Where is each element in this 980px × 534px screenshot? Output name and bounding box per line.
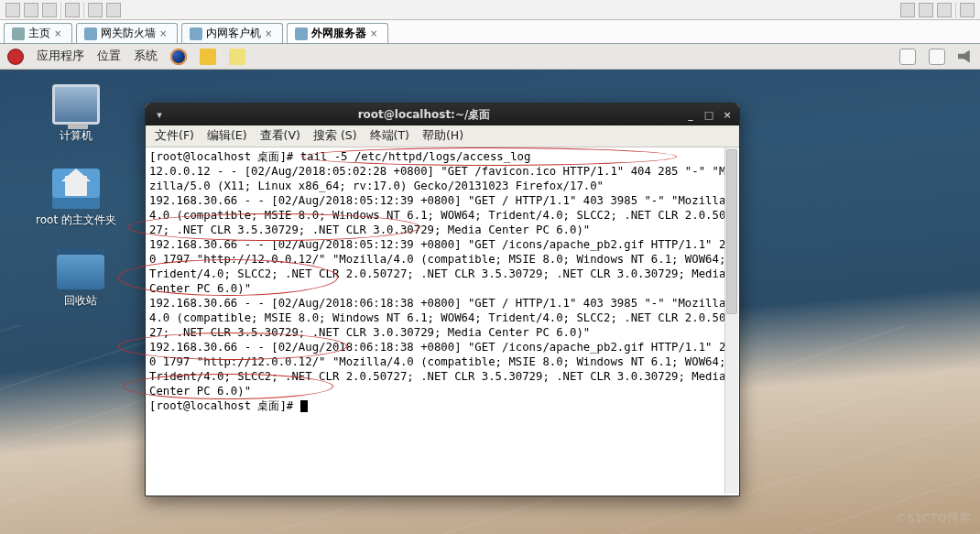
host-button[interactable]	[65, 3, 80, 17]
menu-terminal[interactable]: 终端(T)	[370, 128, 409, 144]
vertical-scrollbar[interactable]	[724, 147, 738, 494]
host-button[interactable]	[88, 3, 103, 17]
host-button[interactable]	[5, 3, 20, 17]
monitor-icon	[295, 27, 308, 40]
notes-icon[interactable]	[229, 49, 245, 65]
terminal-line: 192.168.30.66 - - [02/Aug/2018:05:12:39 …	[149, 193, 735, 237]
desktop-icon-trash[interactable]: 回收站	[40, 249, 121, 309]
host-button[interactable]	[960, 3, 975, 17]
close-icon[interactable]: ×	[370, 28, 380, 38]
icon-label: root 的主文件夹	[36, 213, 116, 228]
desktop-icon-home[interactable]: root 的主文件夹	[36, 169, 116, 228]
vm-tab-bar: 主页 × 网关防火墙 × 内网客户机 × 外网服务器 ×	[0, 20, 980, 44]
terminal-menubar: 文件(F) 编辑(E) 查看(V) 搜索 (S) 终端(T) 帮助(H)	[146, 125, 739, 147]
host-button[interactable]	[24, 3, 38, 17]
desktop[interactable]: 计算机 root 的主文件夹 回收站 ▾ root@localhost:~/桌面…	[0, 70, 980, 534]
firefox-icon[interactable]	[170, 49, 187, 65]
terminal-window: ▾ root@localhost:~/桌面 _ □ × 文件(F) 编辑(E) …	[145, 103, 740, 496]
close-icon[interactable]: ×	[159, 28, 169, 38]
terminal-line: [root@localhost 桌面]# tail -5 /etc/httpd/…	[149, 149, 735, 164]
desktop-icon-computer[interactable]: 计算机	[36, 84, 116, 144]
maximize-button[interactable]: □	[701, 107, 717, 122]
window-menu-icon[interactable]: ▾	[151, 107, 168, 122]
terminal-titlebar[interactable]: ▾ root@localhost:~/桌面 _ □ ×	[146, 104, 739, 125]
separator	[60, 2, 61, 18]
close-icon[interactable]: ×	[265, 28, 275, 38]
tab-firewall[interactable]: 网关防火墙 ×	[76, 23, 178, 43]
menu-places[interactable]: 位置	[97, 49, 121, 64]
tab-label: 网关防火墙	[101, 26, 156, 41]
host-button[interactable]	[919, 3, 933, 17]
minimize-button[interactable]: _	[682, 107, 699, 122]
watermark: ©51CTO博客	[895, 510, 971, 527]
monitor-icon	[190, 27, 202, 40]
separator	[83, 2, 84, 18]
file-manager-icon[interactable]	[200, 49, 216, 65]
menu-search[interactable]: 搜索 (S)	[313, 128, 357, 144]
host-button[interactable]	[937, 3, 952, 17]
host-button[interactable]	[42, 3, 57, 17]
gnome-panel: 应用程序 位置 系统	[0, 44, 980, 70]
terminal-line: 12.0.0.12 - - [02/Aug/2018:05:02:28 +080…	[149, 164, 735, 193]
close-button[interactable]: ×	[719, 107, 735, 122]
terminal-cursor	[300, 400, 308, 412]
terminal-body[interactable]: [root@localhost 桌面]# tail -5 /etc/httpd/…	[146, 147, 739, 496]
host-button[interactable]	[900, 3, 915, 17]
terminal-line: [root@localhost 桌面]#	[149, 398, 735, 413]
icon-label: 计算机	[36, 128, 116, 144]
separator	[955, 2, 956, 18]
home-icon	[12, 27, 25, 40]
menu-view[interactable]: 查看(V)	[260, 128, 300, 144]
menu-file[interactable]: 文件(F)	[155, 128, 194, 144]
computer-icon	[52, 84, 100, 125]
terminal-line: 192.168.30.66 - - [02/Aug/2018:05:12:39 …	[149, 237, 735, 296]
firewall-icon	[84, 27, 97, 40]
scrollbar-thumb[interactable]	[726, 149, 737, 314]
terminal-line: 192.168.30.66 - - [02/Aug/2018:06:18:38 …	[149, 296, 735, 340]
host-toolbar	[0, 0, 980, 20]
trash-icon	[57, 249, 104, 289]
redhat-icon[interactable]	[7, 49, 24, 65]
icon-label: 回收站	[40, 293, 121, 309]
tab-internal-client[interactable]: 内网客户机 ×	[181, 23, 283, 43]
menu-help[interactable]: 帮助(H)	[422, 128, 463, 144]
tab-home[interactable]: 主页 ×	[4, 23, 72, 43]
menu-system[interactable]: 系统	[134, 49, 158, 64]
close-icon[interactable]: ×	[54, 28, 64, 38]
tab-label: 外网服务器	[311, 26, 366, 41]
terminal-line: 192.168.30.66 - - [02/Aug/2018:06:18:38 …	[149, 340, 735, 398]
tab-external-server[interactable]: 外网服务器 ×	[287, 23, 388, 43]
window-title: root@localhost:~/桌面	[168, 107, 681, 123]
tray-icon[interactable]	[899, 49, 916, 65]
tab-label: 主页	[28, 26, 50, 41]
home-folder-icon	[52, 169, 100, 209]
network-icon[interactable]	[929, 49, 945, 65]
volume-icon[interactable]	[958, 50, 973, 63]
menu-applications[interactable]: 应用程序	[37, 49, 84, 64]
tab-label: 内网客户机	[206, 26, 261, 41]
host-button[interactable]	[106, 3, 121, 17]
menu-edit[interactable]: 编辑(E)	[207, 128, 247, 144]
